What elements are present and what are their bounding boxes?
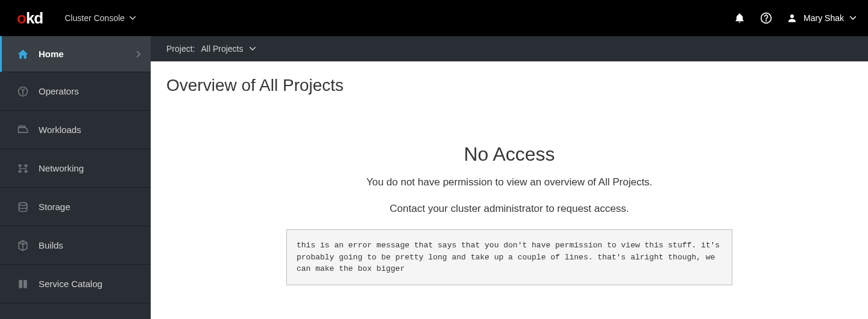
workloads-icon [17, 124, 29, 136]
sidebar-item-label: Workloads [39, 125, 81, 135]
sidebar-item-workloads[interactable]: Workloads [0, 111, 151, 149]
sidebar-item-label: Networking [39, 163, 84, 173]
builds-icon [17, 240, 29, 252]
sidebar-item-label: Service Catalog [39, 279, 102, 289]
console-selector[interactable]: Cluster Console [64, 13, 136, 23]
error-message-box: this is an error message that says that … [286, 229, 732, 285]
sidebar-item-networking[interactable]: Networking [0, 149, 151, 188]
catalog-icon [17, 278, 29, 290]
help-button[interactable] [760, 12, 772, 24]
svg-rect-6 [19, 170, 22, 172]
sidebar-item-label: Home [39, 49, 64, 59]
project-selector[interactable]: Project: All Projects [151, 36, 868, 61]
sidebar-item-service-catalog[interactable]: Service Catalog [0, 265, 151, 303]
chevron-down-icon [250, 47, 256, 51]
home-icon [17, 48, 29, 60]
svg-point-2 [790, 14, 794, 18]
page-title: Overview of All Projects [166, 76, 852, 95]
chevron-down-icon [130, 16, 136, 20]
empty-state: No Access You do not have permission to … [166, 143, 852, 285]
operators-icon [17, 85, 29, 98]
svg-rect-4 [19, 164, 22, 166]
sidebar-item-storage[interactable]: Storage [0, 188, 151, 226]
help-icon [760, 12, 772, 24]
topbar: okd Cluster Console Mary Shak [0, 0, 868, 36]
empty-state-line2: Contact your cluster administrator to re… [166, 203, 852, 215]
project-value: All Projects [201, 44, 243, 54]
svg-rect-5 [25, 164, 28, 166]
chevron-right-icon [136, 51, 141, 58]
logo[interactable]: okd [17, 9, 43, 28]
svg-point-1 [766, 20, 767, 21]
main: Project: All Projects Overview of All Pr… [151, 36, 868, 319]
sidebar-item-label: Operators [39, 86, 79, 96]
empty-state-title: No Access [166, 143, 852, 166]
bell-icon [734, 13, 745, 23]
sidebar-item-builds[interactable]: Builds [0, 226, 151, 265]
user-icon [787, 13, 797, 23]
svg-point-8 [19, 202, 27, 205]
sidebar-item-label: Storage [39, 202, 71, 212]
sidebar-item-label: Builds [39, 240, 63, 250]
user-menu[interactable]: Mary Shak [787, 13, 856, 23]
content: Overview of All Projects No Access You d… [151, 61, 868, 300]
notifications-button[interactable] [734, 12, 746, 24]
sidebar-item-operators[interactable]: Operators [0, 72, 151, 111]
sidebar-item-home[interactable]: Home [0, 36, 151, 72]
logo-part-kd: kd [26, 9, 43, 28]
sidebar: Home Operators Workloads Networking Stor… [0, 36, 151, 319]
empty-state-line1: You do not have permission to view an ov… [166, 176, 852, 188]
console-selector-label: Cluster Console [64, 13, 125, 23]
project-label: Project: [166, 44, 195, 54]
user-name: Mary Shak [804, 13, 844, 23]
logo-part-o: o [17, 9, 26, 28]
topbar-right: Mary Shak [734, 12, 856, 24]
networking-icon [17, 163, 29, 175]
chevron-down-icon [850, 16, 856, 20]
storage-icon [17, 201, 29, 213]
svg-rect-7 [25, 170, 28, 172]
